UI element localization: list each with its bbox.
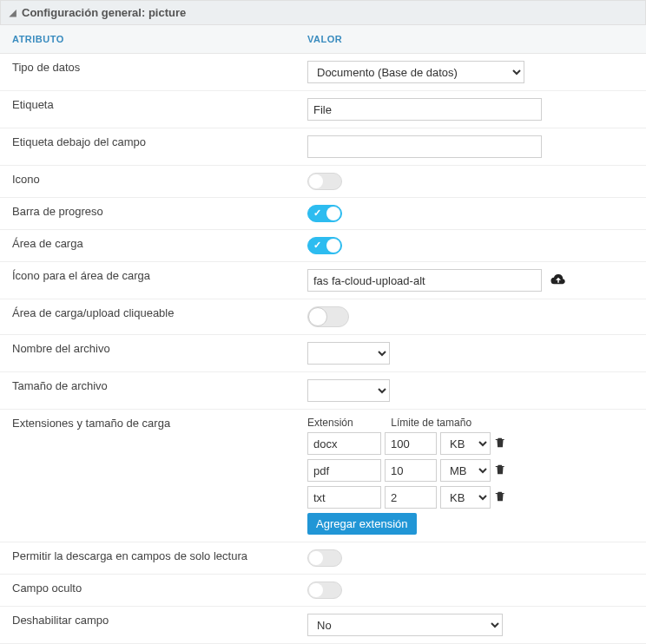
settings-table: ATRIBUTO VALOR Tipo de datos Documento (…: [0, 25, 646, 644]
ext-row: KB: [307, 432, 634, 455]
panel-header[interactable]: ◢ Configuración general: picture: [0, 0, 646, 25]
label-click: Área de carga/upload cliqueable: [0, 299, 295, 335]
toggle-oculto[interactable]: [307, 582, 342, 599]
row-click: Área de carga/upload cliqueable: [0, 299, 646, 335]
limit-input[interactable]: [385, 432, 437, 455]
select-deshab[interactable]: No: [307, 614, 503, 636]
row-extensiones: Extensiones y tamaño de carga Extensión …: [0, 410, 646, 542]
toggle-click[interactable]: [307, 306, 349, 327]
row-oculto: Campo oculto: [0, 575, 646, 607]
label-barra: Barra de progreso: [0, 198, 295, 230]
label-area: Área de carga: [0, 230, 295, 262]
label-etiqueta: Etiqueta: [0, 91, 295, 128]
table-header: ATRIBUTO VALOR: [0, 25, 646, 54]
select-nombre[interactable]: [307, 342, 390, 365]
label-nombre: Nombre del archivo: [0, 335, 295, 372]
label-etiqueta-debajo: Etiqueta debajo del campo: [0, 128, 295, 166]
add-extension-button[interactable]: Agregar extensión: [307, 513, 417, 535]
toggle-barra[interactable]: ✓: [307, 205, 342, 222]
unit-select[interactable]: MB: [440, 459, 491, 482]
ext-row: KB: [307, 486, 634, 509]
trash-icon[interactable]: [494, 463, 508, 478]
select-dtype[interactable]: Documento (Base de datos): [307, 61, 524, 83]
row-tam: Tamaño de archivo: [0, 372, 646, 410]
row-icono-area: Ícono para el área de carga: [0, 262, 646, 299]
toggle-icono[interactable]: [307, 173, 342, 190]
limit-input[interactable]: [385, 459, 437, 482]
toggle-area[interactable]: ✓: [307, 237, 342, 254]
label-deshab: Deshabilitar campo: [0, 607, 295, 644]
ext-input[interactable]: [307, 486, 381, 509]
label-extensiones: Extensiones y tamaño de carga: [0, 410, 295, 542]
unit-select[interactable]: KB: [440, 432, 491, 455]
toggle-descarga[interactable]: [307, 549, 342, 567]
cloud-upload-icon: [550, 273, 566, 289]
row-etiqueta-debajo: Etiqueta debajo del campo: [0, 128, 646, 166]
row-icono: Icono: [0, 166, 646, 198]
row-etiqueta: Etiqueta: [0, 91, 646, 128]
label-dtype: Tipo de datos: [0, 54, 295, 91]
input-etiqueta[interactable]: [307, 98, 542, 121]
label-icono-area: Ícono para el área de carga: [0, 262, 295, 299]
hdr-ext: Extensión: [307, 417, 388, 429]
label-tam: Tamaño de archivo: [0, 372, 295, 410]
row-nombre: Nombre del archivo: [0, 335, 646, 372]
trash-icon[interactable]: [494, 437, 508, 451]
limit-input[interactable]: [385, 486, 437, 509]
ext-row: MB: [307, 459, 634, 482]
row-barra: Barra de progreso ✓: [0, 198, 646, 230]
ext-input[interactable]: [307, 459, 381, 482]
input-etiqueta-debajo[interactable]: [307, 135, 542, 158]
label-oculto: Campo oculto: [0, 575, 295, 607]
select-tam[interactable]: [307, 379, 390, 402]
col-attr: ATRIBUTO: [0, 25, 295, 54]
collapse-icon: ◢: [10, 8, 16, 17]
panel-title: Configuración general: picture: [22, 6, 186, 19]
col-val: VALOR: [295, 25, 646, 54]
row-deshab: Deshabilitar campo No: [0, 607, 646, 644]
label-descarga: Permitir la descarga en campos de solo l…: [0, 542, 295, 575]
row-area: Área de carga ✓: [0, 230, 646, 262]
row-dtype: Tipo de datos Documento (Base de datos): [0, 54, 646, 91]
hdr-lim: Límite de tamaño: [391, 417, 471, 429]
ext-input[interactable]: [307, 432, 381, 455]
trash-icon[interactable]: [494, 490, 508, 505]
row-descarga: Permitir la descarga en campos de solo l…: [0, 542, 646, 575]
unit-select[interactable]: KB: [440, 486, 491, 509]
input-icono-area[interactable]: [307, 269, 542, 292]
label-icono: Icono: [0, 166, 295, 198]
